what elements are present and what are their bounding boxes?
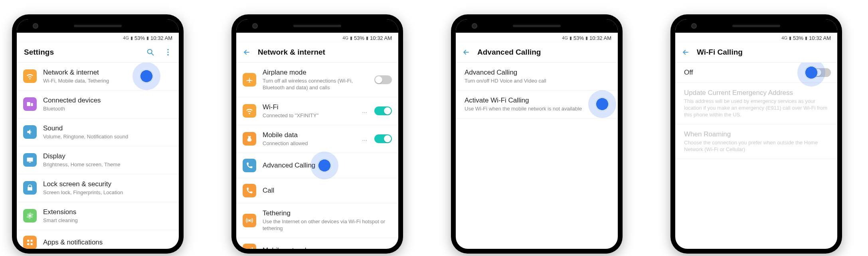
overflow-icon[interactable] xyxy=(164,48,172,57)
row-subtitle: This address will be used by emergency s… xyxy=(684,98,831,118)
settings-row[interactable]: TetheringUse the Internet on other devic… xyxy=(236,203,398,238)
settings-row[interactable]: Off xyxy=(675,63,837,83)
row-label: Tethering xyxy=(263,209,392,218)
toggle-switch[interactable] xyxy=(374,106,392,115)
row-subtitle: Brightness, Home screen, Theme xyxy=(43,161,172,168)
row-subtitle: Bluetooth xyxy=(43,106,172,112)
signal-icon: ▮ xyxy=(789,35,791,41)
row-label: Sound xyxy=(43,124,172,133)
screen-header: Settings xyxy=(17,43,179,63)
airplane-icon xyxy=(243,73,256,87)
svg-rect-9 xyxy=(27,240,29,242)
page-title: Advanced Calling xyxy=(477,48,611,57)
lte-icon: 4G xyxy=(781,35,787,40)
row-subtitle: Turn off all wireless connections (Wi-Fi… xyxy=(263,78,368,91)
status-bar: 4G ▮ 53% ▮ 10:32 AM xyxy=(675,33,837,43)
svg-point-13 xyxy=(249,220,250,221)
wifi-icon xyxy=(243,104,256,118)
settings-row[interactable]: Airplane modeTurn off all wireless conne… xyxy=(236,63,398,97)
lock-icon xyxy=(23,181,37,195)
svg-point-1 xyxy=(167,49,169,51)
page-title: Network & internet xyxy=(258,48,392,57)
battery-icon: ▮ xyxy=(366,35,368,41)
lte-icon: 4G xyxy=(562,35,568,40)
clock: 10:32 AM xyxy=(589,35,611,41)
signal-icon: ▮ xyxy=(350,35,352,41)
row-label: Advanced Calling xyxy=(263,161,392,170)
settings-row: Update Current Emergency AddressThis add… xyxy=(675,83,837,124)
mobile-icon xyxy=(243,132,256,146)
more-icon[interactable]: … xyxy=(362,136,367,142)
row-label: Advanced Calling xyxy=(465,68,611,77)
svg-point-2 xyxy=(167,51,169,53)
row-label: Mobile networks xyxy=(263,246,392,249)
row-label: Network & internet xyxy=(43,68,172,77)
row-subtitle: Volume, Ringtone, Notification sound xyxy=(43,134,172,140)
tether-icon xyxy=(243,214,256,227)
settings-row[interactable]: ExtensionsSmart cleaning xyxy=(17,202,179,230)
row-subtitle: Use the Internet on other devices via Wi… xyxy=(263,219,392,232)
back-icon[interactable] xyxy=(243,48,251,56)
screen-header: Network & internet xyxy=(236,43,398,63)
settings-row: When RoamingChoose the connection you pr… xyxy=(675,124,837,159)
settings-row[interactable]: Advanced CallingTurn on/off HD Voice and… xyxy=(456,63,618,91)
settings-row[interactable]: Connected devicesBluetooth xyxy=(17,91,179,118)
svg-rect-10 xyxy=(31,240,33,242)
svg-rect-16 xyxy=(250,248,251,249)
display-icon xyxy=(23,153,37,167)
toggle-switch[interactable] xyxy=(374,134,392,143)
row-label: Call xyxy=(263,186,392,195)
battery-percent: 53% xyxy=(354,35,364,41)
more-icon[interactable]: … xyxy=(362,108,367,114)
apps-icon xyxy=(23,236,37,249)
devices-icon xyxy=(23,97,37,111)
clock: 10:32 AM xyxy=(370,35,392,41)
signal-icon: ▮ xyxy=(569,35,572,41)
back-icon[interactable] xyxy=(682,48,690,56)
back-icon[interactable] xyxy=(462,48,470,56)
bars-icon xyxy=(243,244,256,249)
signal-icon: ▮ xyxy=(130,35,133,41)
settings-row[interactable]: Network & internetWi-Fi, Mobile data, Te… xyxy=(17,63,179,91)
row-subtitle: Choose the connection you prefer when ou… xyxy=(684,140,831,153)
page-title: Settings xyxy=(24,48,139,57)
settings-row[interactable]: Advanced Calling xyxy=(236,153,398,178)
toggle-switch[interactable] xyxy=(374,75,392,84)
clock: 10:32 AM xyxy=(150,35,172,41)
settings-row[interactable]: Apps & notifications xyxy=(17,230,179,249)
advcall-icon xyxy=(243,159,256,172)
svg-point-0 xyxy=(148,49,152,54)
settings-row[interactable]: Mobile dataConnection allowed… xyxy=(236,125,398,153)
battery-percent: 53% xyxy=(793,35,803,41)
row-subtitle: Wi-Fi, Mobile data, Tethering xyxy=(43,78,172,85)
svg-rect-17 xyxy=(252,247,253,249)
wifi-icon xyxy=(23,69,37,83)
search-icon[interactable] xyxy=(146,48,155,57)
ext-icon xyxy=(23,209,37,223)
battery-icon: ▮ xyxy=(805,35,807,41)
settings-row[interactable]: Wi-FiConnected to "XFINITY"… xyxy=(236,97,398,125)
sound-icon xyxy=(23,125,37,139)
row-subtitle: Use Wi-Fi when the mobile network is not… xyxy=(465,106,611,112)
status-bar: 4G ▮ 53% ▮ 10:32 AM xyxy=(456,33,618,43)
row-label: When Roaming xyxy=(684,130,831,139)
settings-row[interactable]: SoundVolume, Ringtone, Notification soun… xyxy=(17,118,179,146)
settings-row[interactable]: Activate Wi-Fi CallingUse Wi-Fi when the… xyxy=(456,91,618,118)
row-label: Airplane mode xyxy=(263,68,368,77)
settings-row[interactable]: Call xyxy=(236,178,398,203)
row-label: Connected devices xyxy=(43,96,172,105)
battery-percent: 53% xyxy=(573,35,584,41)
page-title: Wi-Fi Calling xyxy=(697,48,831,57)
status-bar: 4G ▮ 53% ▮ 10:32 AM xyxy=(17,33,179,43)
status-bar: 4G ▮ 53% ▮ 10:32 AM xyxy=(236,33,398,43)
settings-row[interactable]: DisplayBrightness, Home screen, Theme xyxy=(17,146,179,174)
settings-row[interactable]: Lock screen & securityScreen lock, Finge… xyxy=(17,174,179,202)
toggle-switch[interactable] xyxy=(813,68,831,77)
row-label: Activate Wi-Fi Calling xyxy=(465,96,611,105)
row-subtitle: Turn on/off HD Voice and Video call xyxy=(465,78,611,85)
battery-percent: 53% xyxy=(134,35,145,41)
svg-rect-11 xyxy=(27,243,29,245)
settings-row[interactable]: Mobile networks xyxy=(236,238,398,249)
row-label: Extensions xyxy=(43,208,172,217)
row-subtitle: Screen lock, Fingerprints, Location xyxy=(43,189,172,196)
